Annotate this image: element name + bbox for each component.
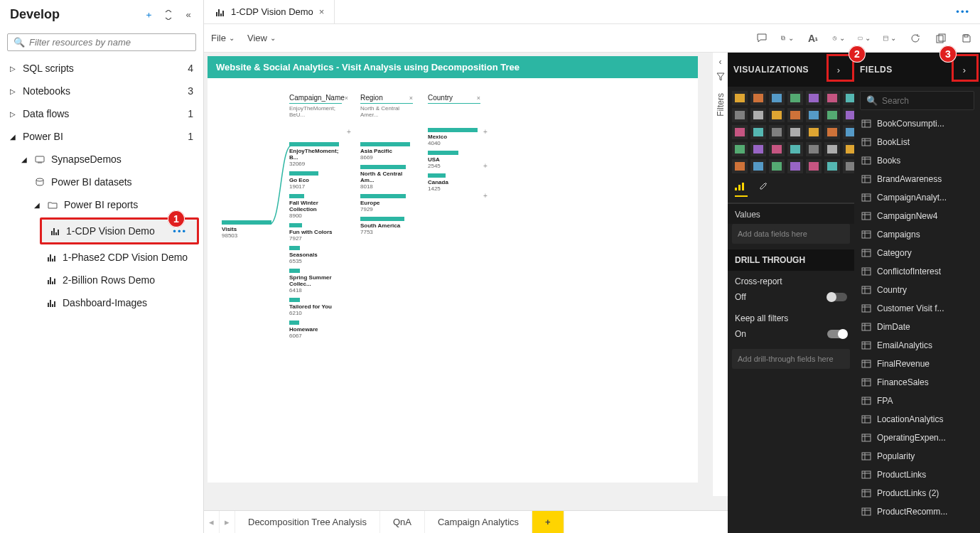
- duplicate-icon[interactable]: [935, 32, 947, 45]
- field-table-row[interactable]: ProductRecomm...: [854, 502, 980, 521]
- viz-type-icon[interactable]: [806, 159, 822, 173]
- viz-type-icon[interactable]: [732, 159, 748, 173]
- decomposition-tree-visual[interactable]: Visits 98503 Campaign_Name×EnjoyTheMomen…: [208, 78, 698, 107]
- report-item-phase2[interactable]: 1-Phase2 CDP Vision Demo: [0, 246, 203, 269]
- page-tab-qna[interactable]: QnA: [380, 511, 425, 533]
- decomp-node[interactable]: Canada1425: [428, 173, 480, 192]
- viz-type-icon[interactable]: [806, 91, 822, 105]
- tree-item-datasets[interactable]: Power BI datasets: [0, 171, 203, 193]
- add-resource-button[interactable]: ＋: [142, 9, 155, 21]
- field-table-row[interactable]: Country: [854, 281, 980, 299]
- field-table-row[interactable]: Popularity: [854, 447, 980, 465]
- decomp-node[interactable]: Seasonals6535: [289, 246, 342, 264]
- tree-item-sql-scripts[interactable]: ▷SQL scripts 4: [0, 57, 203, 80]
- decomp-node[interactable]: Fun with Colors7927: [289, 223, 342, 242]
- decomp-node[interactable]: Fall Winter Collection8900: [289, 194, 342, 219]
- field-table-row[interactable]: EmailAnalytics: [854, 336, 980, 355]
- file-menu[interactable]: File⌄: [211, 33, 235, 43]
- fields-search[interactable]: 🔍: [860, 91, 974, 110]
- filter-resources-input[interactable]: 🔍: [7, 33, 196, 51]
- tree-item-data-flows[interactable]: ▷Data flows 1: [0, 102, 203, 125]
- field-table-row[interactable]: ProductLinks: [854, 465, 980, 484]
- field-table-row[interactable]: Customer Visit f...: [854, 299, 980, 318]
- viz-type-icon[interactable]: [806, 125, 822, 139]
- page-tab-decomp[interactable]: Decomposition Tree Analysis: [235, 511, 380, 533]
- field-table-row[interactable]: OperatingExpen...: [854, 429, 980, 447]
- field-table-row[interactable]: LocationAnalytics: [854, 410, 980, 429]
- field-table-row[interactable]: FPA: [854, 392, 980, 410]
- viz-type-icon[interactable]: [750, 108, 766, 122]
- viz-type-icon[interactable]: [806, 142, 822, 156]
- tree-item-workspace[interactable]: ◢ SynapseDemos: [0, 148, 203, 171]
- viz-type-icon[interactable]: [769, 159, 785, 173]
- fields-tab-icon[interactable]: [735, 181, 748, 197]
- decomp-node[interactable]: Asia Pacific8669: [360, 142, 413, 161]
- field-table-row[interactable]: BookConsumpti...: [854, 114, 980, 133]
- viz-type-icon[interactable]: [787, 91, 803, 105]
- viz-type-icon[interactable]: [824, 142, 840, 156]
- report-item-dashboard-images[interactable]: Dashboard-Images: [0, 291, 203, 314]
- decomp-node[interactable]: North & Central Am...8018: [360, 165, 413, 190]
- viz-type-icon[interactable]: [824, 159, 840, 173]
- field-table-row[interactable]: Category: [854, 244, 980, 262]
- page-next-button[interactable]: ▸: [220, 511, 235, 533]
- viz-type-icon[interactable]: [732, 125, 748, 139]
- viz-type-icon[interactable]: [750, 91, 766, 105]
- viz-type-icon[interactable]: [769, 108, 785, 122]
- visual-dropdown-icon[interactable]: [832, 32, 845, 45]
- filters-rail[interactable]: ‹ Filters: [712, 53, 728, 496]
- field-table-row[interactable]: BrandAwareness: [854, 170, 980, 188]
- decomp-node[interactable]: Go Eco19017: [289, 171, 342, 190]
- expand-all-button[interactable]: [162, 9, 175, 21]
- layout-dropdown-icon[interactable]: [883, 32, 896, 45]
- viz-type-icon[interactable]: [787, 108, 803, 122]
- decomp-node[interactable]: South America7753: [360, 217, 413, 235]
- tab-cdp-vision-demo[interactable]: 1-CDP Vision Demo ×: [204, 0, 335, 23]
- values-well[interactable]: Add data fields here: [732, 224, 850, 244]
- field-table-row[interactable]: ConflictofInterest: [854, 262, 980, 281]
- viz-type-icon[interactable]: [732, 108, 748, 122]
- cross-report-toggle[interactable]: [827, 293, 847, 301]
- viz-type-icon[interactable]: [824, 125, 840, 139]
- refresh-icon[interactable]: [909, 32, 922, 45]
- field-table-row[interactable]: CampaignAnalyt...: [854, 188, 980, 207]
- page-prev-button[interactable]: ◂: [204, 511, 220, 533]
- field-table-row[interactable]: CampaignNew4: [854, 207, 980, 225]
- view-menu[interactable]: View⌄: [247, 33, 276, 43]
- save-icon[interactable]: [960, 32, 973, 45]
- copy-dropdown-icon[interactable]: [781, 32, 794, 45]
- viz-type-icon[interactable]: [750, 125, 766, 139]
- decomp-node[interactable]: Europe7929: [360, 194, 413, 212]
- field-table-row[interactable]: FinanceSales: [854, 373, 980, 392]
- decomp-node[interactable]: Spring Summer Collec...6418: [289, 269, 342, 294]
- close-tab-button[interactable]: ×: [319, 6, 325, 17]
- format-tab-icon[interactable]: [758, 181, 769, 197]
- viz-type-icon[interactable]: [824, 91, 840, 105]
- visualization-picker[interactable]: [728, 87, 854, 178]
- viz-type-icon[interactable]: [769, 91, 785, 105]
- collapse-sidebar-button[interactable]: «: [182, 9, 195, 21]
- page-tab-campaign[interactable]: Campaign Analytics: [425, 511, 532, 533]
- comment-icon[interactable]: [755, 32, 768, 45]
- viz-type-icon[interactable]: [732, 91, 748, 105]
- viz-type-icon[interactable]: [732, 142, 748, 156]
- button-dropdown-icon[interactable]: [858, 32, 871, 45]
- keep-filters-toggle[interactable]: [827, 330, 847, 338]
- add-page-button[interactable]: +: [532, 511, 564, 533]
- viz-type-icon[interactable]: [769, 125, 785, 139]
- drill-through-well[interactable]: Add drill-through fields here: [732, 349, 850, 369]
- field-table-row[interactable]: Books: [854, 151, 980, 170]
- viz-type-icon[interactable]: [750, 159, 766, 173]
- viz-type-icon[interactable]: [750, 142, 766, 156]
- field-table-row[interactable]: ProductLinks (2): [854, 484, 980, 502]
- report-item-billion-rows[interactable]: 2-Billion Rows Demo: [0, 269, 203, 291]
- viz-type-icon[interactable]: [787, 142, 803, 156]
- tree-item-power-bi[interactable]: ◢Power BI 1: [0, 125, 203, 148]
- decomp-node[interactable]: Tailored for You6210: [289, 298, 342, 316]
- field-table-row[interactable]: FinalRevenue: [854, 355, 980, 373]
- viz-type-icon[interactable]: [787, 159, 803, 173]
- viz-type-icon[interactable]: [824, 108, 840, 122]
- field-table-row[interactable]: DimDate: [854, 318, 980, 336]
- decomp-node[interactable]: Mexico4040: [428, 128, 480, 146]
- report-canvas[interactable]: Website & Social Analytics - Visit Analy…: [208, 56, 698, 483]
